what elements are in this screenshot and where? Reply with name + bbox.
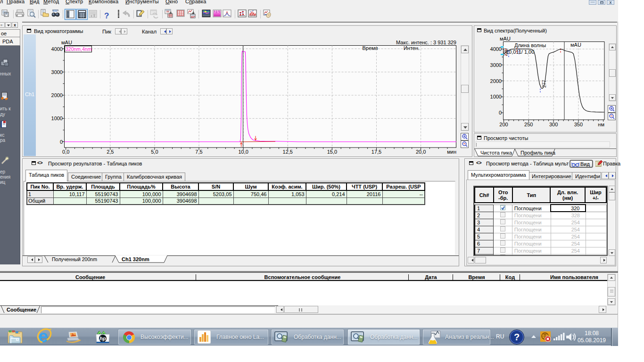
svg-text:Ch1 320nm: Ch1 320nm bbox=[122, 256, 149, 262]
svg-text:2000: 2000 bbox=[51, 92, 63, 98]
svg-text:17,5: 17,5 bbox=[372, 149, 381, 155]
svg-text:200: 200 bbox=[499, 122, 508, 127]
svg-text:?: ? bbox=[514, 332, 520, 342]
svg-text:Длина волны: Длина волны bbox=[514, 42, 546, 48]
svg-text:350: 350 bbox=[574, 122, 583, 127]
svg-text:10,0: 10,0 bbox=[238, 149, 248, 155]
svg-text:0: 0 bbox=[499, 110, 502, 115]
svg-text:нных: нных bbox=[0, 71, 11, 76]
svg-text:Время: Время bbox=[362, 45, 378, 51]
svg-text:4000: 4000 bbox=[490, 46, 502, 52]
svg-text:e: e bbox=[38, 328, 48, 346]
svg-text:3000: 3000 bbox=[51, 69, 63, 75]
svg-text:320nm,4nm: 320nm,4nm bbox=[66, 46, 92, 52]
svg-text:Сообщение: Сообщение bbox=[7, 307, 36, 313]
svg-text:250: 250 bbox=[524, 122, 533, 127]
svg-text:мин: мин bbox=[447, 149, 456, 155]
svg-text:мАU: мАU bbox=[570, 42, 581, 48]
svg-text:2000: 2000 bbox=[490, 78, 502, 84]
svg-text:нм: нм bbox=[598, 122, 604, 127]
svg-text:ер: ер bbox=[0, 169, 6, 174]
svg-text:иц: иц bbox=[0, 180, 6, 185]
svg-text:1000: 1000 bbox=[490, 94, 502, 99]
svg-text:мАU: мАU bbox=[500, 36, 511, 41]
svg-text:Макс. интенс. : 3 931 329: Макс. интенс. : 3 931 329 bbox=[396, 40, 456, 45]
svg-text:1000: 1000 bbox=[51, 115, 63, 121]
svg-text:5,0: 5,0 bbox=[151, 149, 158, 155]
svg-text:Чистота пика: Чистота пика bbox=[480, 150, 512, 156]
svg-text:ить к: ить к bbox=[0, 106, 11, 111]
svg-text:Полученный 200nm: Полученный 200nm bbox=[52, 256, 97, 262]
svg-text:Профиль пика: Профиль пика bbox=[520, 150, 556, 156]
svg-text:ду: ду bbox=[0, 112, 5, 117]
svg-text:2,5: 2,5 bbox=[107, 149, 114, 155]
svg-text:hp: hp bbox=[99, 336, 106, 341]
svg-text:ра: ра bbox=[0, 138, 6, 143]
svg-text:300: 300 bbox=[549, 122, 558, 127]
svg-text:7,5: 7,5 bbox=[195, 149, 202, 155]
svg-text:ения: ения bbox=[0, 174, 10, 180]
svg-text:20,0: 20,0 bbox=[416, 149, 426, 155]
svg-text:4000: 4000 bbox=[51, 46, 63, 52]
svg-text:3000: 3000 bbox=[490, 62, 502, 68]
svg-text:кс: кс bbox=[0, 132, 5, 138]
svg-text:?: ? bbox=[104, 11, 109, 20]
svg-text:0,0: 0,0 bbox=[62, 149, 69, 155]
svg-text:Интен.: Интен. bbox=[404, 45, 420, 51]
svg-text:0: 0 bbox=[60, 139, 63, 145]
svg-text:12,5: 12,5 bbox=[283, 149, 293, 155]
svg-text:15,0: 15,0 bbox=[327, 149, 337, 155]
svg-text:мАU: мАU bbox=[61, 40, 72, 45]
